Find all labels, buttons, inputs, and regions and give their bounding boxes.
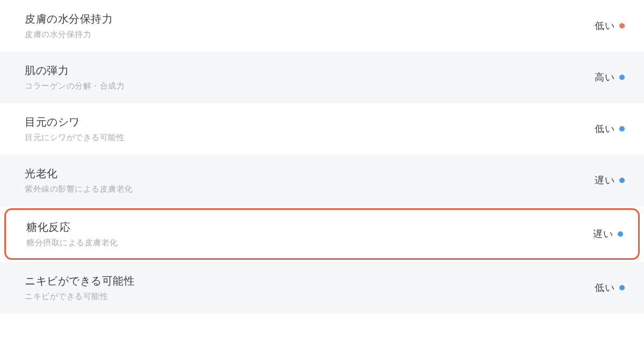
item-text-block: 目元のシワ 目元にシワができる可能性 [25, 115, 125, 143]
item-title: 目元のシワ [25, 115, 125, 129]
item-value-block: 遅い [593, 228, 623, 240]
list-item[interactable]: 肌の弾力 コラーゲンの分解・合成力 高い [0, 52, 644, 103]
status-dot-icon [619, 178, 625, 183]
item-text-block: 光老化 紫外線の影響による皮膚老化 [25, 166, 133, 194]
list-item[interactable]: 目元のシワ 目元にシワができる可能性 低い [0, 103, 644, 155]
status-dot-icon [619, 285, 625, 290]
status-dot-icon [619, 23, 625, 28]
item-text-block: ニキビができる可能性 ニキビができる可能性 [25, 274, 135, 302]
item-value: 低い [595, 19, 615, 32]
item-subtitle: コラーゲンの分解・合成力 [25, 81, 125, 91]
item-title: ニキビができる可能性 [25, 274, 135, 288]
list-item[interactable]: 皮膚の水分保持力 皮膚の水分保持力 低い [0, 0, 644, 52]
item-value-block: 高い [595, 71, 625, 84]
item-text-block: 肌の弾力 コラーゲンの分解・合成力 [25, 63, 125, 91]
list-item-highlighted[interactable]: 糖化反応 糖分摂取による皮膚老化 遅い [4, 208, 640, 260]
item-subtitle: 糖分摂取による皮膚老化 [26, 238, 118, 248]
list-item[interactable]: 光老化 紫外線の影響による皮膚老化 遅い [0, 155, 644, 206]
item-title: 光老化 [25, 166, 133, 181]
item-title: 皮膚の水分保持力 [25, 12, 113, 26]
status-dot-icon [619, 75, 625, 80]
item-title: 糖化反応 [26, 220, 118, 235]
item-value: 遅い [595, 174, 615, 187]
status-dot-icon [619, 126, 625, 132]
item-value: 低い [595, 122, 615, 135]
item-value: 高い [595, 71, 615, 84]
item-title: 肌の弾力 [25, 63, 125, 78]
item-subtitle: 目元にシワができる可能性 [25, 133, 125, 143]
item-subtitle: 皮膚の水分保持力 [25, 30, 113, 40]
list-item[interactable]: ニキビができる可能性 ニキビができる可能性 低い [0, 262, 644, 313]
item-value: 低い [595, 281, 615, 294]
item-value-block: 低い [595, 281, 625, 294]
status-dot-icon [618, 231, 623, 237]
item-value-block: 遅い [595, 174, 625, 187]
item-value-block: 低い [595, 122, 625, 135]
item-text-block: 皮膚の水分保持力 皮膚の水分保持力 [25, 12, 113, 40]
item-value: 遅い [593, 228, 613, 240]
results-list: 皮膚の水分保持力 皮膚の水分保持力 低い 肌の弾力 コラーゲンの分解・合成力 高… [0, 0, 644, 313]
item-subtitle: 紫外線の影響による皮膚老化 [25, 184, 133, 194]
item-text-block: 糖化反応 糖分摂取による皮膚老化 [26, 220, 118, 248]
item-value-block: 低い [595, 19, 625, 32]
item-subtitle: ニキビができる可能性 [25, 291, 135, 302]
